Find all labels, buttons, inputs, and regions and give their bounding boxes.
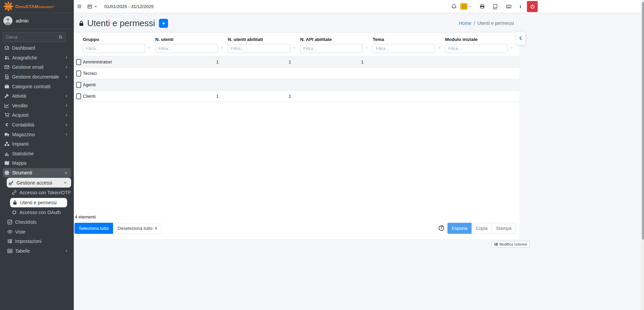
sort-caret-icon[interactable]: ▲ [148,46,151,49]
column-label[interactable]: Tema [373,37,443,42]
circle-icon [11,210,17,215]
filter-input[interactable] [373,44,435,53]
chart-line-icon [4,103,10,108]
logout-button[interactable] [527,1,538,12]
table-row-clienti[interactable]: Clienti11 [74,90,520,102]
sidebar-item-label: Gestione documentale [12,74,59,80]
wrench-icon [4,93,10,99]
column-label[interactable]: Modulo iniziale [445,37,516,42]
breadcrumb-home-link[interactable]: Home [459,20,471,26]
print-button[interactable] [478,4,486,9]
sidebar-item-label: Impostazioni [15,239,42,244]
hamburger-icon[interactable] [76,4,82,9]
sidebar-item-acquisti[interactable]: Acquisti [0,110,74,120]
sort-caret-icon[interactable]: ▲ [221,46,223,49]
sidebar-item-vendite[interactable]: Vendite [0,101,74,111]
sidebar-item-accesso-con-oauth[interactable]: Accesso con OAuth [0,208,74,217]
question-circle-icon[interactable]: ? [438,225,444,231]
sort-caret-icon[interactable]: ▲ [293,46,296,49]
filter-input[interactable] [445,44,507,53]
info-button[interactable] [517,4,524,9]
export-button[interactable]: Esporta [447,223,472,234]
cell-gruppo[interactable]: Agenti [81,82,154,87]
sidebar-nav: DashboardAnagraficheGestione emailGestio… [0,43,74,256]
sidebar-item-accesso-con-token-otp[interactable]: Accesso con Token/OTP [0,188,74,198]
deselect-count-badge: 0 [155,226,157,230]
sidebar-item-utenti-e-permessi[interactable]: Utenti e permessi [10,198,67,208]
power-logout-icon [530,4,535,9]
deselect-all-button[interactable]: Deseleziona tutto 0 [113,223,161,234]
gear-icon [4,170,10,175]
sidebar-item-tabelle[interactable]: Tabelle [0,246,74,256]
cell-gruppo[interactable]: Clienti [81,94,154,99]
chevron-left-icon [64,104,69,107]
filter-input[interactable] [300,44,363,53]
calendar-icon [87,4,92,9]
sidebar-item-strumenti[interactable]: Strumenti [3,168,71,178]
column-label[interactable]: Gruppo [83,37,154,42]
caret-down-icon[interactable] [469,5,472,8]
cell-n-utenti-abilitati: 1 [226,94,299,99]
sidebar-item-magazzino[interactable]: Magazzino [0,130,74,139]
shortcuts-button[interactable] [504,4,513,9]
modify-columns-button[interactable]: Modifica colonne [492,241,530,248]
search-button[interactable] [56,32,66,42]
row-checkbox[interactable] [76,93,81,99]
sort-caret-icon[interactable]: ▲ [366,46,368,49]
add-record-button[interactable]: + [159,19,168,28]
column-label[interactable]: N. API abilitate [300,37,371,42]
row-checkbox[interactable] [76,59,81,65]
sidebar-item-label: Anagrafiche [12,55,37,60]
sidebar-item-gestione-email[interactable]: Gestione email [0,62,74,72]
cell-n-utenti: 1 [154,94,226,99]
select-all-button[interactable]: Seleziona tutto [74,223,113,234]
sidebar-item-mappa[interactable]: Mappa [0,158,74,168]
sort-caret-icon[interactable]: ▲ [511,46,513,49]
scrollbar-thumb[interactable] [642,2,644,240]
filter-input[interactable] [155,44,218,53]
columns-list-icon [494,242,498,246]
sidebar-item-attivit-[interactable]: Attività [0,91,74,101]
sidebar: OSM OpenSTAManager® admin DashboardAnagr… [0,0,74,310]
column-header-modulo-iniziale: Modulo iniziale▲ [443,37,516,56]
row-checkbox[interactable] [76,82,81,88]
sort-caret-icon[interactable]: ▲ [438,46,441,49]
column-label[interactable]: N. utenti abilitati [228,37,299,42]
notifications-button[interactable] [449,4,458,9]
briefcase-icon [4,84,10,89]
table-row-amministratori[interactable]: Amministratori111 [74,56,520,67]
copy-button[interactable]: Copia [472,223,492,234]
period-selector[interactable] [87,4,98,9]
sidebar-item-impostazioni[interactable]: Impostazioni [0,237,74,246]
map-icon [4,160,10,166]
filter-input[interactable] [83,44,145,53]
sidebar-item-contabilit-[interactable]: €Contabilità [0,120,74,130]
search-input[interactable] [3,32,56,42]
deselect-all-label: Deseleziona tutto [117,226,152,231]
cell-gruppo[interactable]: Tecnici [81,71,154,76]
link-icon [11,190,17,195]
sidebar-item-impianti[interactable]: Impianti [0,139,74,149]
sidebar-item-anagrafiche[interactable]: Anagrafiche [0,53,74,63]
table-row-tecnici[interactable]: Tecnici [74,67,520,79]
cell-gruppo[interactable]: Amministratori [81,59,154,64]
sidebar-item-gestione-documentale[interactable]: Gestione documentale [0,72,74,82]
sidebar-item-dashboard[interactable]: Dashboard [0,43,74,53]
sidebar-item-viste[interactable]: Viste [0,227,74,237]
row-checkbox[interactable] [76,70,81,76]
column-header-n-utenti: N. utenti▲ [154,37,226,56]
right-panel-toggle[interactable] [516,32,525,45]
brand-link[interactable]: OSM OpenSTAManager® [0,0,74,13]
column-label[interactable]: N. utenti [155,37,226,42]
sidebar-item-checklists[interactable]: Checklists [0,217,74,227]
sidebar-item-gestione-accessi[interactable]: Gestione accessi [7,178,71,188]
sidebar-item-statistiche[interactable]: Statistiche [0,149,74,159]
user-name[interactable]: admin [16,18,29,23]
manual-button[interactable] [491,4,499,9]
sidebar-item-categorie-contratti[interactable]: Categorie contratti [0,82,74,91]
date-range[interactable]: 01/01/2025 - 31/12/2025 [104,4,154,9]
filter-input[interactable] [228,44,290,53]
emoji-state-selector[interactable] [460,3,468,10]
table-row-agenti[interactable]: Agenti [74,79,520,90]
print-table-button[interactable]: Stampa [492,223,516,234]
